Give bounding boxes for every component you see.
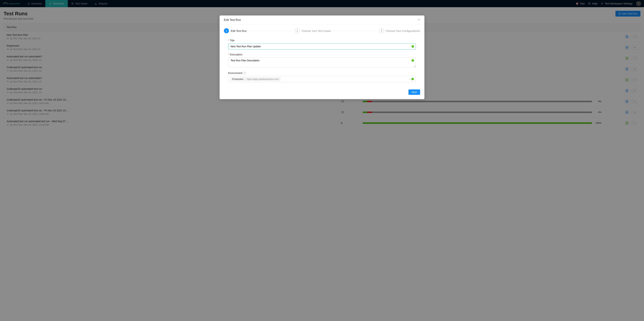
modal-title: Edit Test Run <box>224 18 241 22</box>
environment-tag: Production | https://app.qualitywatcher.… <box>230 77 280 81</box>
step-2: 2 Choose Your Test Cases <box>295 28 331 33</box>
step-1: 1 Edit Test Run <box>224 28 247 33</box>
edit-test-run-modal: Edit Test Run 1 Edit Test Run 2 Choose Y… <box>220 16 424 99</box>
question-icon[interactable]: ? <box>244 72 246 74</box>
close-button[interactable] <box>418 18 420 22</box>
description-label: Description <box>228 53 416 56</box>
steps: 1 Edit Test Run 2 Choose Your Test Cases… <box>224 28 420 33</box>
title-label: Title <box>228 39 416 42</box>
modal-overlay: Edit Test Run 1 Edit Test Run 2 Choose Y… <box>0 0 644 128</box>
environment-select[interactable]: Production | https://app.qualitywatcher.… <box>228 76 416 82</box>
next-button[interactable]: Next <box>408 89 420 95</box>
check-icon <box>412 59 414 62</box>
chevron-down-icon: ▾ <box>409 78 410 80</box>
description-input[interactable] <box>228 57 416 67</box>
check-icon <box>411 78 414 80</box>
close-icon <box>418 18 420 21</box>
environment-label: Environment <box>228 72 242 75</box>
title-input[interactable] <box>228 43 416 50</box>
check-icon <box>412 45 414 48</box>
step-3: 3 Choose Your Configuration/s <box>379 28 420 33</box>
